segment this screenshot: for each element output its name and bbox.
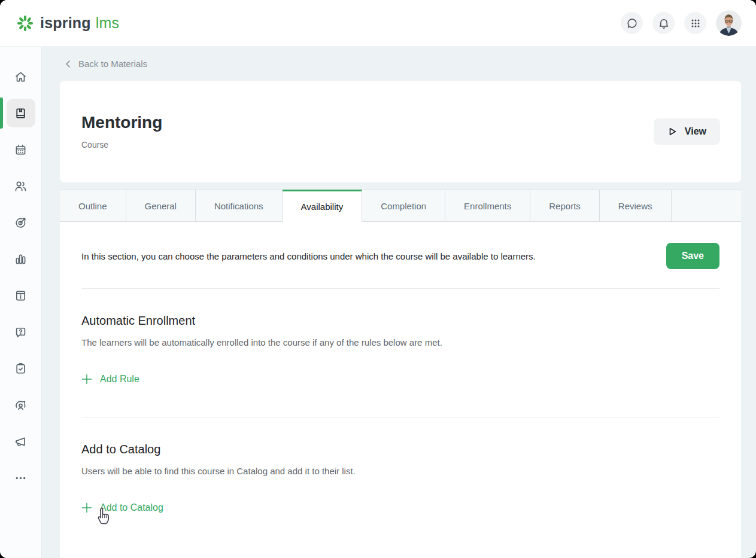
view-button[interactable]: View	[654, 118, 720, 145]
availability-intro-text: In this section, you can choose the para…	[81, 251, 666, 261]
ispring-burst-icon	[17, 15, 34, 32]
ellipsis-icon	[14, 471, 28, 485]
topbar: ispring lms	[0, 0, 756, 47]
users-icon	[14, 179, 28, 193]
automatic-enrollment-description: The learners will be automatically enrol…	[81, 337, 719, 347]
sidebar-item-courses[interactable]	[7, 99, 35, 127]
tab-general[interactable]: General	[126, 190, 196, 222]
add-to-catalog-description: Users will be able to find this course i…	[81, 466, 719, 476]
chat-button[interactable]	[621, 12, 643, 34]
tab-enrollments[interactable]: Enrollments	[445, 190, 530, 222]
megaphone-icon	[14, 435, 28, 449]
add-to-catalog-label: Add to Catalog	[100, 502, 163, 513]
logo-text: ispring lms	[40, 14, 119, 32]
sidebar-item-calendar[interactable]	[7, 135, 35, 164]
availability-panel: In this section, you can choose the para…	[60, 222, 741, 558]
course-title: Mentoring	[81, 114, 162, 132]
logo-brand: ispring	[40, 14, 91, 32]
play-icon	[667, 127, 677, 136]
chevron-left-icon	[65, 60, 72, 68]
add-to-catalog-title: Add to Catalog	[81, 443, 719, 456]
bar-chart-icon	[14, 252, 28, 266]
course-header-card: Mentoring Course View	[60, 81, 741, 182]
book-icon	[14, 106, 28, 120]
main-content: Back to Materials Mentoring Course View	[42, 47, 756, 558]
view-button-label: View	[685, 126, 706, 137]
sidebar-item-mentoring[interactable]	[7, 391, 35, 419]
sidebar-item-goals[interactable]	[7, 208, 35, 237]
app-body: Back to Materials Mentoring Course View	[0, 47, 756, 558]
plus-icon	[81, 374, 92, 385]
automatic-enrollment-section: Automatic Enrollment The learners will b…	[81, 289, 719, 387]
course-tabs: Outline General Notifications Availabili…	[60, 190, 741, 222]
bell-icon	[658, 17, 670, 29]
apps-grid-icon	[690, 17, 702, 29]
sidebar-item-users[interactable]	[7, 172, 35, 200]
plus-icon	[81, 502, 92, 513]
availability-intro-row: In this section, you can choose the para…	[81, 222, 719, 269]
tab-completion[interactable]: Completion	[362, 190, 445, 222]
tab-outline[interactable]: Outline	[60, 190, 126, 222]
notifications-button[interactable]	[652, 12, 675, 34]
course-type-label: Course	[81, 140, 162, 150]
sidebar-item-announcements[interactable]	[7, 427, 35, 456]
sidebar-item-more[interactable]	[7, 464, 35, 492]
tab-notifications[interactable]: Notifications	[196, 190, 283, 222]
back-link-label: Back to Materials	[78, 59, 147, 69]
course-info: Mentoring Course	[81, 114, 162, 150]
add-to-catalog-link[interactable]: Add to Catalog	[81, 502, 163, 513]
user-avatar[interactable]	[716, 10, 742, 36]
clipboard-check-icon	[14, 362, 28, 376]
logo-product: lms	[96, 14, 119, 32]
sidebar-item-reports[interactable]	[7, 245, 35, 273]
mentor-gauge-icon	[14, 398, 28, 412]
home-icon	[14, 70, 28, 84]
target-arrow-icon	[14, 216, 28, 230]
add-rule-link[interactable]: Add Rule	[81, 374, 139, 385]
tab-reports[interactable]: Reports	[530, 190, 600, 222]
add-rule-label: Add Rule	[100, 374, 139, 385]
automatic-enrollment-title: Automatic Enrollment	[81, 314, 719, 328]
sidebar-item-home[interactable]	[7, 62, 35, 91]
sidebar	[0, 47, 42, 558]
calendar-icon	[14, 143, 28, 157]
tab-bar-filler	[672, 190, 742, 222]
tab-reviews[interactable]: Reviews	[600, 190, 672, 222]
apps-button[interactable]	[684, 12, 706, 34]
chat-bubble-icon	[626, 17, 638, 29]
app-window: ispring lms	[0, 0, 756, 558]
info-book-icon	[14, 289, 28, 303]
save-button[interactable]: Save	[666, 243, 719, 269]
tab-availability[interactable]: Availability	[283, 190, 363, 222]
add-to-catalog-section: Add to Catalog Users will be able to fin…	[81, 417, 719, 516]
topbar-actions	[621, 10, 742, 36]
sidebar-item-knowledge-base[interactable]	[7, 281, 35, 310]
sidebar-item-assignments[interactable]	[7, 354, 35, 383]
sidebar-item-help[interactable]	[7, 318, 35, 346]
question-bubble-icon	[14, 325, 28, 339]
ispring-logo[interactable]: ispring lms	[17, 14, 119, 32]
back-to-materials-link[interactable]: Back to Materials	[60, 47, 741, 81]
